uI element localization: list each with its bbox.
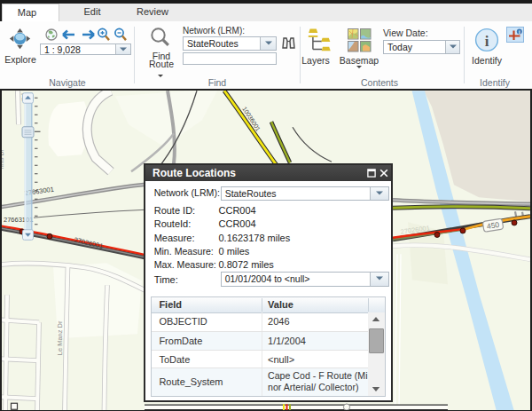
svg-text:nnis Dr: nnis Dr [2,148,4,169]
svg-text:i: i [485,33,489,50]
svg-text:Le Manz Dr: Le Manz Dr [56,320,64,355]
